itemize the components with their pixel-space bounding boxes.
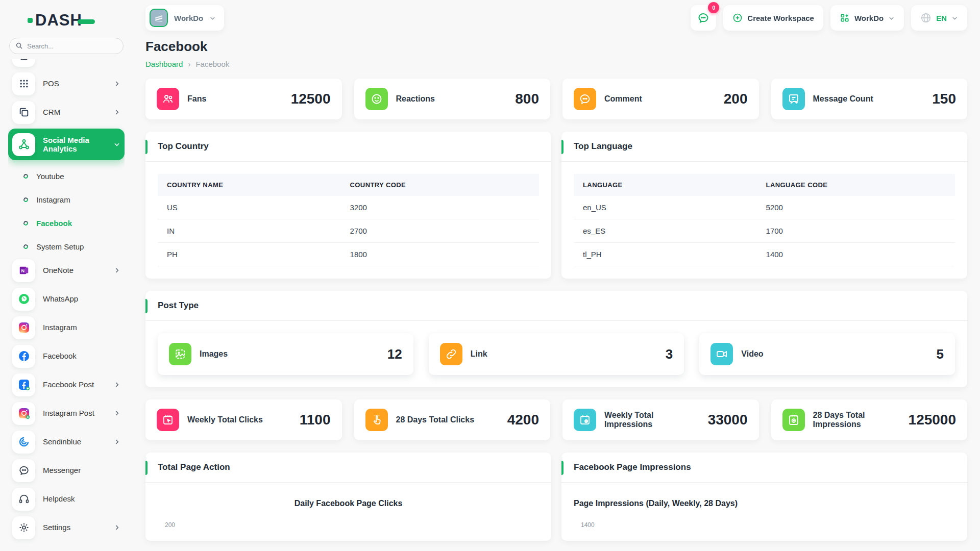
link-icon xyxy=(440,343,462,365)
app-logo[interactable]: DASH xyxy=(28,10,125,31)
reactions-card: Reactions 800 xyxy=(354,79,551,119)
workdo-menu-button[interactable]: WorkDo xyxy=(830,5,904,31)
message-plus-icon xyxy=(782,88,805,110)
top-country-table: Country Name Country Code US3200 IN2700 … xyxy=(158,174,539,266)
chevron-right-icon xyxy=(113,80,120,87)
hand-click-icon xyxy=(365,409,388,431)
sidebar-item-settings[interactable]: Settings xyxy=(8,515,125,540)
sidebar-search xyxy=(9,38,124,54)
total-page-action-card: Total Page Action Daily Facebook Page Cl… xyxy=(145,453,551,541)
sidebar-item-onenote[interactable]: N OneNote xyxy=(8,258,125,283)
sidebar-item-whatsapp[interactable]: WhatsApp xyxy=(8,287,125,311)
create-workspace-button[interactable]: Create Workspace xyxy=(723,5,823,31)
sidebar-item-social-media-analytics[interactable]: Social Media Analytics xyxy=(8,129,125,160)
language-selector[interactable]: EN xyxy=(911,5,967,31)
video-icon xyxy=(710,343,733,365)
message-count-card: Message Count 150 xyxy=(771,79,968,119)
post-type-grid: Images 12 Link 3 Video 5 xyxy=(158,333,955,375)
bullet-icon xyxy=(23,243,29,249)
chart-title: Page Impressions (Daily, Weekly, 28 Days… xyxy=(574,499,955,508)
breadcrumb-chevron-icon: › xyxy=(188,60,190,68)
stat-value: 800 xyxy=(515,91,539,107)
comment-card: Comment 200 xyxy=(562,79,759,119)
sidebar-item-helpdesk[interactable]: Helpdesk xyxy=(8,487,125,511)
workdo-menu-label: WorkDo xyxy=(854,14,884,22)
whatsapp-icon xyxy=(12,288,35,311)
card-title: Top Country xyxy=(158,141,209,151)
sidebar-item-label: CRM xyxy=(43,108,60,116)
bullet-icon xyxy=(23,173,29,179)
logo-text: DASH xyxy=(35,11,82,30)
fans-card: Fans 12500 xyxy=(145,79,342,119)
stat-value: 33000 xyxy=(708,412,748,428)
stat-value: 4200 xyxy=(507,412,539,428)
sidebar-item-pos[interactable]: POS xyxy=(8,71,125,96)
sidebar-subitem-label: Instagram xyxy=(36,195,70,204)
bullet-icon xyxy=(23,196,29,203)
instagram-post-icon xyxy=(12,402,35,425)
globe-icon xyxy=(920,12,932,23)
stat-value: 1100 xyxy=(300,412,331,428)
chevron-down-icon xyxy=(209,15,216,21)
notifications-button[interactable]: 0 xyxy=(691,5,716,31)
facebook-icon xyxy=(12,345,35,368)
notification-badge: 0 xyxy=(708,2,719,13)
weekly-total-impressions-card: Weekly Total Impressions 33000 xyxy=(562,399,759,440)
sidebar-subitem-system-setup[interactable]: System Setup xyxy=(8,235,125,258)
top-language-card: Top Language Language Language Code en_U… xyxy=(561,132,967,279)
gear-icon xyxy=(12,516,35,539)
sidebar-subitem-facebook[interactable]: Facebook xyxy=(8,211,125,235)
stat-value: 200 xyxy=(724,91,748,107)
sidebar-item-instagram[interactable]: Instagram xyxy=(8,315,125,340)
chat-bubble-icon xyxy=(697,12,709,24)
breadcrumb: Dashboard › Facebook xyxy=(145,60,967,68)
sidebar-item-instagram-post[interactable]: Instagram Post xyxy=(8,401,125,425)
sidebar-item-facebook-post[interactable]: Facebook Post xyxy=(8,372,125,397)
calendar-eye-icon xyxy=(574,409,596,431)
workspace-name: WorkDo xyxy=(174,14,203,22)
stat-value: 150 xyxy=(932,91,956,107)
search-input[interactable] xyxy=(9,38,124,54)
chevron-right-icon xyxy=(113,109,120,116)
sidebar-item-label: Messenger xyxy=(43,466,81,474)
stat-value: 12500 xyxy=(291,91,331,107)
sidebar-item-label: Settings xyxy=(43,523,70,532)
card-title: Total Page Action xyxy=(158,462,230,472)
y-axis-tick: 200 xyxy=(158,521,539,529)
sidebar-subitem-youtube[interactable]: Youtube xyxy=(8,164,125,188)
table-row: IN2700 xyxy=(158,219,539,243)
image-icon xyxy=(169,343,191,365)
charts-row: Total Page Action Daily Facebook Page Cl… xyxy=(145,453,967,541)
post-type-card: Post Type Images 12 Link 3 xyxy=(145,291,967,387)
link-card: Link 3 xyxy=(429,333,684,375)
card-header: Top Country xyxy=(145,132,551,162)
sidebar-item-label: Facebook Post xyxy=(43,380,94,389)
calendar-view-icon xyxy=(782,409,805,431)
sidebar-item-messenger[interactable]: Messenger xyxy=(8,458,125,483)
card-title: Post Type xyxy=(158,300,199,310)
grid-plus-icon xyxy=(840,13,850,23)
headphones-icon xyxy=(12,488,35,511)
stat-label: Weekly Total Clicks xyxy=(187,415,263,424)
y-axis-tick: 1400 xyxy=(574,521,955,529)
sidebar-item-facebook[interactable]: Facebook xyxy=(8,344,125,368)
share-nodes-icon xyxy=(12,133,35,156)
sidebar-item-crm[interactable]: CRM xyxy=(8,100,125,124)
table-row: tl_PH1400 xyxy=(574,243,955,266)
chevron-right-icon xyxy=(113,267,120,274)
instagram-icon xyxy=(12,316,35,339)
sidebar-item-label: Social Media Analytics xyxy=(43,136,104,154)
sidebar: DASH Accounting POS CRM xyxy=(0,0,133,551)
sidebar-subitem-instagram[interactable]: Instagram xyxy=(8,188,125,211)
table-row: es_ES1700 xyxy=(574,219,955,243)
breadcrumb-dashboard-link[interactable]: Dashboard xyxy=(145,60,183,68)
logo-dash-icon xyxy=(78,19,95,24)
sidebar-item-accounting[interactable]: Accounting xyxy=(8,59,125,67)
header-actions: 0 Create Workspace WorkDo EN xyxy=(691,5,967,31)
sidebar-item-label: Instagram xyxy=(43,323,77,332)
sidebar-item-sendinblue[interactable]: Sendinblue xyxy=(8,430,125,454)
table-row: US3200 xyxy=(158,196,539,219)
28-days-total-clicks-card: 28 Days Total Clicks 4200 xyxy=(354,399,551,440)
column-header: Country Code xyxy=(341,174,539,196)
workspace-selector[interactable]: WorkDo xyxy=(145,5,224,31)
